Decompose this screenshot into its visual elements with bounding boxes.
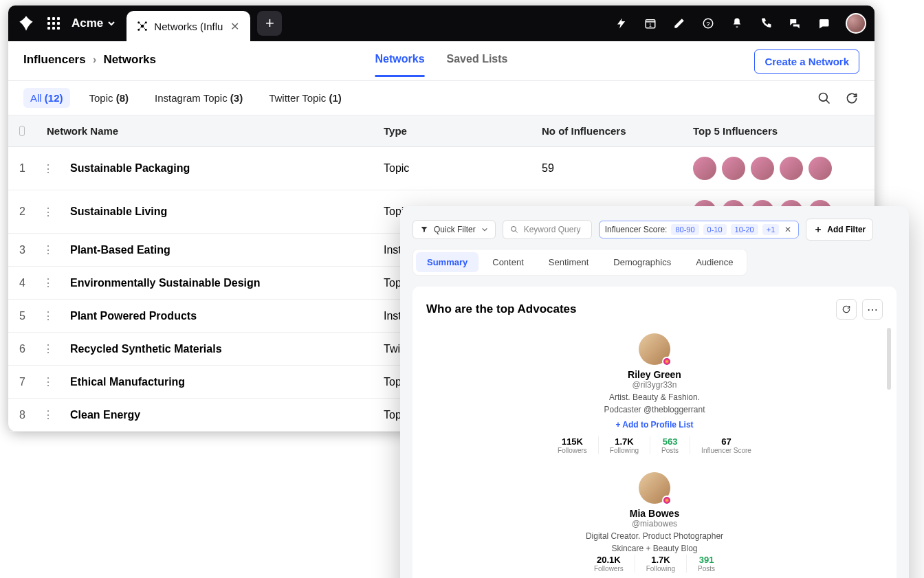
row-menu-icon[interactable]: ⋮	[32, 234, 59, 266]
tab-content[interactable]: Content	[481, 252, 535, 272]
help-icon[interactable]: ?	[701, 16, 715, 30]
row-menu-icon[interactable]: ⋮	[32, 333, 59, 365]
influencer-avatar[interactable]	[722, 157, 745, 180]
create-network-button[interactable]: Create a Network	[754, 49, 859, 74]
row-menu-icon[interactable]: ⋮	[32, 267, 59, 299]
tab-sentiment[interactable]: Sentiment	[538, 252, 600, 272]
tab-audience[interactable]: Audience	[685, 252, 744, 272]
bolt-icon[interactable]	[615, 16, 628, 30]
svg-line-17	[515, 231, 517, 233]
score-token[interactable]: +1	[762, 224, 780, 235]
pill-all[interactable]: All (12)	[23, 88, 70, 108]
chat-icon[interactable]	[788, 16, 802, 30]
col-type[interactable]: Type	[373, 115, 531, 146]
scrollbar[interactable]	[887, 328, 891, 390]
row-index: 8	[8, 399, 32, 431]
add-to-profile-list-button[interactable]: + Add to Profile List	[426, 420, 883, 430]
network-name: Environmentally Sustainable Design	[59, 267, 373, 299]
advocate-bio: Artist. Beauty & Fashion.	[426, 392, 883, 402]
tab-summary[interactable]: Summary	[416, 252, 478, 272]
row-menu-icon[interactable]: ⋮	[32, 399, 59, 431]
quick-filter-button[interactable]: Quick Filter	[412, 220, 496, 239]
row-menu-icon[interactable]: ⋮	[32, 153, 59, 185]
network-name: Clean Energy	[59, 399, 373, 431]
influencer-avatar[interactable]	[808, 157, 832, 180]
network-icon	[136, 20, 148, 32]
browser-tab[interactable]: Networks (Influ ✕	[126, 11, 250, 41]
top-advocates-card: Who are the top Advocates ⋯ Riley Green …	[412, 287, 896, 578]
select-all-checkbox[interactable]	[19, 126, 25, 136]
workspace-selector[interactable]: Acme	[72, 16, 116, 30]
svg-line-7	[139, 26, 142, 30]
stat: 115KFollowers	[547, 436, 599, 454]
row-menu-icon[interactable]: ⋮	[32, 300, 59, 332]
row-menu-icon[interactable]: ⋮	[32, 196, 59, 228]
message-icon[interactable]	[817, 16, 830, 30]
advocate-name: Mia Bowes	[426, 508, 883, 519]
tab-saved-lists[interactable]: Saved Lists	[447, 53, 508, 77]
svg-point-14	[820, 93, 828, 101]
keyword-query-input[interactable]: Keyword Query	[503, 220, 592, 239]
row-index: 3	[8, 234, 32, 266]
app-header: Acme Networks (Influ ✕ + 1 ?	[8, 5, 874, 41]
refresh-icon[interactable]	[844, 91, 859, 106]
influencer-avatar[interactable]	[780, 157, 803, 180]
influencer-avatar[interactable]	[751, 157, 774, 180]
score-token[interactable]: 80-90	[671, 224, 698, 235]
table-row[interactable]: 1 ⋮ Sustainable Packaging Topic 59	[8, 147, 874, 190]
user-avatar[interactable]	[846, 13, 866, 34]
bell-icon[interactable]	[730, 16, 744, 30]
row-menu-icon[interactable]: ⋮	[32, 366, 59, 398]
row-index: 6	[8, 333, 32, 365]
search-icon	[510, 225, 518, 234]
col-network-name[interactable]: Network Name	[36, 115, 373, 146]
advocate-bio: Skincare + Beauty Blog	[426, 544, 883, 553]
filter-pills-row: All (12) Topic (8) Instagram Topic (3) T…	[8, 81, 874, 115]
workspace-name: Acme	[72, 16, 103, 30]
pill-topic[interactable]: Topic (8)	[82, 88, 136, 108]
influencer-avatar[interactable]	[693, 157, 716, 180]
network-name: Ethical Manufacturing	[59, 366, 373, 398]
refresh-icon[interactable]	[836, 299, 857, 320]
apps-grid-icon[interactable]	[43, 12, 65, 34]
influencer-score-filter[interactable]: Influencer Score: 80-90 0-10 10-20 +1 ✕	[599, 221, 800, 238]
row-index: 2	[8, 196, 32, 227]
header-icons: 1 ?	[615, 13, 866, 34]
calendar-icon[interactable]: 1	[644, 16, 657, 30]
edit-icon[interactable]	[672, 16, 686, 30]
center-tabs: Networks Saved Lists	[375, 53, 508, 77]
network-name: Sustainable Packaging	[59, 153, 373, 184]
svg-line-6	[142, 23, 146, 26]
svg-line-8	[142, 26, 146, 30]
chevron-down-icon	[107, 19, 116, 27]
chevron-right-icon: ›	[93, 53, 97, 67]
col-num-influencers[interactable]: No of Influencers	[531, 115, 682, 146]
svg-line-5	[139, 23, 142, 26]
new-tab-button[interactable]: +	[257, 11, 282, 36]
search-icon[interactable]	[817, 91, 832, 106]
stat: 391Posts	[687, 555, 726, 573]
breadcrumb-parent[interactable]: Influencers	[23, 53, 86, 67]
more-icon[interactable]: ⋯	[862, 299, 883, 320]
pill-twitter-topic[interactable]: Twitter Topic (1)	[262, 88, 349, 108]
instagram-badge-icon	[662, 496, 672, 505]
network-name: Recycled Synthetic Materials	[59, 333, 373, 365]
network-name: Plant-Based Eating	[59, 234, 373, 266]
svg-point-16	[511, 227, 516, 232]
breadcrumb-current: Networks	[103, 53, 156, 67]
advocate-name: Riley Green	[426, 369, 883, 380]
add-filter-button[interactable]: ＋Add Filter	[806, 219, 873, 241]
advocate-avatar[interactable]	[639, 472, 670, 504]
advocate-avatar[interactable]	[639, 333, 670, 365]
clear-filter-icon[interactable]: ✕	[783, 225, 793, 234]
tab-networks[interactable]: Networks	[375, 53, 425, 77]
pill-instagram-topic[interactable]: Instagram Topic (3)	[148, 88, 250, 108]
score-token[interactable]: 10-20	[731, 224, 758, 235]
stat: 1.7KFollowing	[635, 555, 687, 573]
score-token[interactable]: 0-10	[703, 224, 727, 235]
phone-icon[interactable]	[759, 16, 773, 30]
col-top-influencers[interactable]: Top 5 Influencers	[682, 115, 874, 146]
advocate-handle: @ril3ygr33n	[426, 380, 883, 390]
tab-demographics[interactable]: Demographics	[602, 252, 682, 272]
close-icon[interactable]: ✕	[228, 20, 241, 32]
